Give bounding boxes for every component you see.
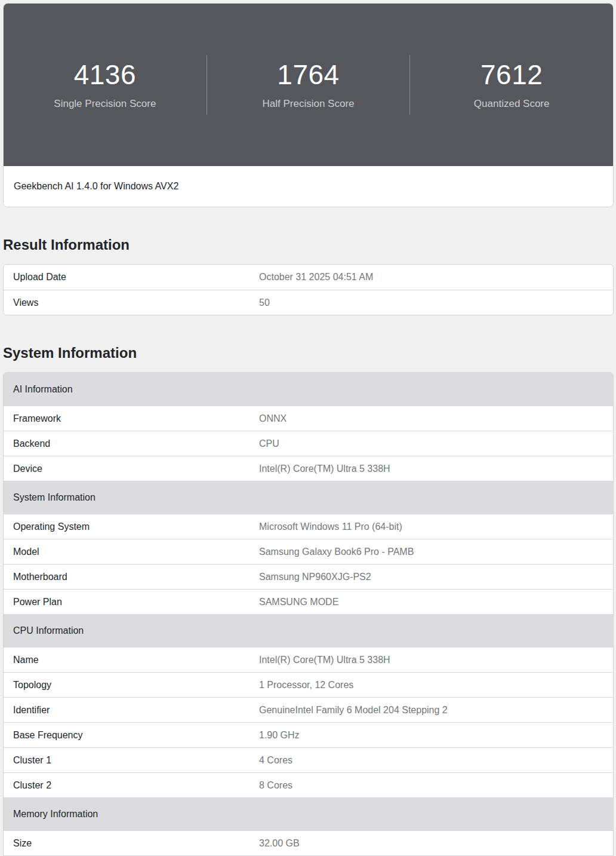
table-row: NameIntel(R) Core(TM) Ultra 5 338H <box>4 647 613 672</box>
row-label: Framework <box>4 406 250 431</box>
page: 4136Single Precision Score1764Half Preci… <box>0 0 616 856</box>
score-cell: 7612Quantized Score <box>409 55 613 115</box>
table-section-header: AI Information <box>4 373 613 406</box>
table-row: Cluster 14 Cores <box>4 747 613 772</box>
table-section-header-label: CPU Information <box>4 614 613 647</box>
row-label: Identifier <box>4 697 250 722</box>
table-row: Topology1 Processor, 12 Cores <box>4 672 613 697</box>
table-section-header-label: Memory Information <box>4 797 613 830</box>
row-value: 4 Cores <box>250 747 613 772</box>
score-value: 7612 <box>481 60 543 90</box>
score-label: Half Precision Score <box>263 98 355 110</box>
table-row: FrameworkONNX <box>4 406 613 431</box>
row-value: Samsung NP960XJG-PS2 <box>250 564 613 589</box>
row-value: Microsoft Windows 11 Pro (64-bit) <box>250 514 613 539</box>
row-label: Cluster 2 <box>4 772 250 797</box>
row-value: Intel(R) Core(TM) Ultra 5 338H <box>250 456 613 481</box>
table-row: Upload DateOctober 31 2025 04:51 AM <box>4 265 613 290</box>
table-row: Views50 <box>4 290 613 315</box>
info-table: AI InformationFrameworkONNXBackendCPUDev… <box>3 372 614 856</box>
section-title: System Information <box>3 345 614 361</box>
row-label: Cluster 1 <box>4 747 250 772</box>
row-value: 1 Processor, 12 Cores <box>250 672 613 697</box>
table-section-header-label: System Information <box>4 481 613 514</box>
table-row: MotherboardSamsung NP960XJG-PS2 <box>4 564 613 589</box>
benchmark-version-bar: Geekbench AI 1.4.0 for Windows AVX2 <box>4 166 613 207</box>
score-cell: 1764Half Precision Score <box>207 55 410 115</box>
table-row: Power PlanSAMSUNG MODE <box>4 589 613 614</box>
row-label: Operating System <box>4 514 250 539</box>
table-row: DeviceIntel(R) Core(TM) Ultra 5 338H <box>4 456 613 481</box>
table-row: IdentifierGenuineIntel Family 6 Model 20… <box>4 697 613 722</box>
score-label: Single Precision Score <box>54 98 156 110</box>
score-summary-header: 4136Single Precision Score1764Half Preci… <box>4 4 613 166</box>
row-value: GenuineIntel Family 6 Model 204 Stepping… <box>250 697 613 722</box>
table-section-header-label: AI Information <box>4 373 613 406</box>
row-label: Power Plan <box>4 589 250 614</box>
benchmark-score-card: 4136Single Precision Score1764Half Preci… <box>3 3 614 207</box>
score-label: Quantized Score <box>474 98 550 110</box>
table-section-header: System Information <box>4 481 613 514</box>
benchmark-version-label: Geekbench AI 1.4.0 for Windows AVX2 <box>14 181 178 192</box>
table-section-header: CPU Information <box>4 614 613 647</box>
score-value: 4136 <box>74 60 136 90</box>
row-value: 32.00 GB <box>250 830 613 855</box>
row-value: 50 <box>250 290 613 315</box>
row-label: Views <box>4 290 250 315</box>
row-value: Samsung Galaxy Book6 Pro - PAMB <box>250 539 613 564</box>
table-row: Operating SystemMicrosoft Windows 11 Pro… <box>4 514 613 539</box>
info-table: Upload DateOctober 31 2025 04:51 AMViews… <box>3 264 614 315</box>
table-section-header: Memory Information <box>4 797 613 830</box>
row-value: CPU <box>250 431 613 456</box>
row-label: Name <box>4 647 250 672</box>
table-row: Cluster 28 Cores <box>4 772 613 797</box>
row-value: October 31 2025 04:51 AM <box>250 265 613 290</box>
row-label: Upload Date <box>4 265 250 290</box>
row-value: ONNX <box>250 406 613 431</box>
row-value: SAMSUNG MODE <box>250 589 613 614</box>
row-label: Base Frequency <box>4 722 250 747</box>
row-label: Model <box>4 539 250 564</box>
row-label: Backend <box>4 431 250 456</box>
row-label: Size <box>4 830 250 855</box>
table-row: BackendCPU <box>4 431 613 456</box>
row-label: Topology <box>4 672 250 697</box>
table-row: Base Frequency1.90 GHz <box>4 722 613 747</box>
row-label: Motherboard <box>4 564 250 589</box>
row-label: Device <box>4 456 250 481</box>
main-content: Result InformationUpload DateOctober 31 … <box>3 237 614 856</box>
score-value: 1764 <box>277 60 339 90</box>
row-value: 8 Cores <box>250 772 613 797</box>
table-row: ModelSamsung Galaxy Book6 Pro - PAMB <box>4 539 613 564</box>
table-row: Size32.00 GB <box>4 830 613 855</box>
row-value: Intel(R) Core(TM) Ultra 5 338H <box>250 647 613 672</box>
score-cell: 4136Single Precision Score <box>4 55 207 115</box>
row-value: 1.90 GHz <box>250 722 613 747</box>
section-title: Result Information <box>3 237 614 253</box>
